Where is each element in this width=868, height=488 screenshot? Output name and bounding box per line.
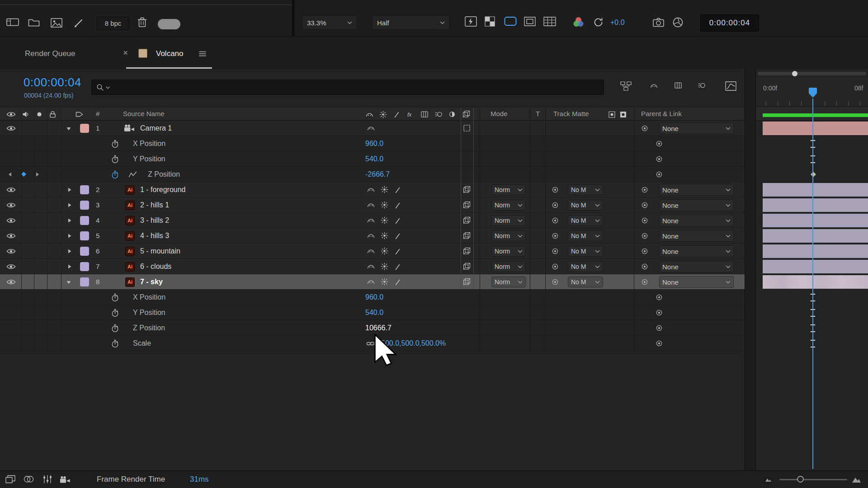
- sun-switch-icon[interactable]: [381, 216, 388, 224]
- keyframe-diamond-icon[interactable]: [810, 171, 816, 178]
- layer-row-6-clouds[interactable]: 7Ai6 - cloudsNormNo MNone: [0, 259, 745, 274]
- parent-pickwhip-icon[interactable]: [642, 248, 648, 254]
- sun-switch-icon[interactable]: [381, 186, 388, 193]
- tab-volcano[interactable]: Volcano: [156, 49, 184, 58]
- in-out-pane-icon[interactable]: [42, 475, 52, 483]
- layer-row-5-mountain[interactable]: 6Ai5 - mountainNormNo MNone: [0, 244, 745, 259]
- property-value[interactable]: 540.0: [365, 305, 383, 320]
- panel-menu-icon[interactable]: [199, 51, 206, 56]
- property-name[interactable]: X Position: [133, 136, 165, 151]
- slash-switch-icon[interactable]: [395, 218, 400, 224]
- property-row-x-position[interactable]: X Position960.0: [0, 290, 745, 305]
- property-pickwhip-icon[interactable]: [656, 141, 662, 147]
- collapse-column-icon[interactable]: [379, 111, 387, 118]
- panel-layout-icon[interactable]: [6, 18, 19, 27]
- parent-dropdown[interactable]: None: [659, 184, 734, 196]
- layer-color-swatch[interactable]: [80, 185, 89, 194]
- parent-pickwhip-icon[interactable]: [642, 202, 648, 208]
- luma-matte-icon[interactable]: [620, 111, 627, 118]
- blend-mode-dropdown[interactable]: Norm: [491, 215, 526, 226]
- layer-duration-bar[interactable]: [763, 244, 868, 258]
- 3d-switch-icon[interactable]: [463, 201, 471, 209]
- matte-pickwhip-icon[interactable]: [552, 187, 558, 193]
- sun-switch-icon[interactable]: [381, 232, 388, 239]
- matte-pickwhip-icon[interactable]: [552, 233, 558, 239]
- zoom-out-icon[interactable]: [765, 477, 772, 482]
- parent-pickwhip-icon[interactable]: [642, 263, 648, 270]
- layer-row-3-hills-2[interactable]: 4Ai3 - hills 2NormNo MNone: [0, 213, 745, 228]
- alpha-matte-icon[interactable]: [609, 111, 615, 118]
- transfer-controls-pane-icon[interactable]: [24, 475, 34, 483]
- search-input[interactable]: [117, 81, 589, 94]
- label-column-icon[interactable]: [75, 111, 83, 117]
- exposure-value[interactable]: +0.0: [610, 19, 625, 27]
- shy-switch-icon[interactable]: [367, 202, 375, 207]
- close-tab-icon[interactable]: ×: [123, 48, 128, 58]
- property-row-scale[interactable]: Scale500.0,500.0,500.0%: [0, 336, 745, 351]
- property-name[interactable]: Scale: [133, 336, 151, 351]
- quality-column-icon[interactable]: [394, 112, 399, 118]
- previous-keyframe-icon[interactable]: [7, 172, 12, 177]
- keyframe-toggle-icon[interactable]: [21, 171, 27, 177]
- parent-dropdown[interactable]: None: [659, 261, 734, 272]
- parent-pickwhip-icon[interactable]: [642, 125, 648, 131]
- motion-blur-column-icon[interactable]: [435, 111, 443, 117]
- frame-blend-column-icon[interactable]: [421, 111, 428, 117]
- layer-name[interactable]: 6 - clouds: [140, 259, 171, 274]
- solo-column-icon[interactable]: [37, 112, 42, 117]
- matte-pickwhip-icon[interactable]: [552, 248, 558, 254]
- playhead-line[interactable]: [812, 99, 813, 469]
- layer-color-swatch[interactable]: [80, 262, 89, 271]
- layer-name[interactable]: 1 - foreground: [140, 182, 186, 197]
- property-name[interactable]: Y Position: [133, 151, 165, 166]
- 3d-switch-icon[interactable]: [463, 232, 471, 239]
- exposure-icon[interactable]: [673, 17, 683, 28]
- track-matte-dropdown[interactable]: No M: [568, 215, 603, 226]
- search-options-icon[interactable]: [106, 86, 110, 89]
- property-row-y-position[interactable]: Y Position540.0: [0, 305, 745, 320]
- blend-mode-dropdown[interactable]: Norm: [491, 277, 526, 287]
- matte-pickwhip-icon[interactable]: [552, 202, 558, 208]
- visibility-toggle-icon[interactable]: [6, 125, 16, 131]
- 3d-switch-icon[interactable]: [463, 278, 471, 286]
- t-column-header[interactable]: T: [536, 107, 540, 120]
- zoom-slider-handle[interactable]: [797, 476, 804, 483]
- blend-mode-dropdown[interactable]: Norm: [491, 200, 526, 211]
- slash-switch-icon[interactable]: [395, 279, 400, 286]
- property-row-x-position[interactable]: X Position960.0: [0, 136, 745, 151]
- grid-guides-icon[interactable]: [543, 17, 556, 26]
- motion-blur-icon[interactable]: [698, 82, 706, 89]
- current-time-display[interactable]: 0:00:00:04: [24, 75, 81, 89]
- track-matte-dropdown[interactable]: No M: [568, 184, 603, 195]
- expander-icon[interactable]: [67, 218, 72, 223]
- layer-color-swatch[interactable]: [80, 124, 89, 133]
- adjustment-column-icon[interactable]: [449, 111, 455, 117]
- shy-column-icon[interactable]: [366, 112, 373, 117]
- slash-switch-icon[interactable]: [395, 202, 400, 209]
- expander-icon[interactable]: [67, 264, 72, 269]
- expander-icon[interactable]: [67, 233, 72, 239]
- matte-pickwhip-icon[interactable]: [552, 279, 558, 285]
- layer-name[interactable]: 3 - hills 2: [140, 213, 169, 228]
- render-time-pane-icon[interactable]: [60, 476, 71, 483]
- stopwatch-icon[interactable]: [111, 324, 119, 333]
- playhead-grabber[interactable]: [808, 87, 817, 99]
- layer-duration-bar[interactable]: [763, 183, 868, 197]
- layer-switches-pane-icon[interactable]: [5, 475, 15, 483]
- layer-name[interactable]: 4 - hills 3: [140, 228, 169, 243]
- expander-icon[interactable]: [66, 127, 71, 131]
- track-matte-dropdown[interactable]: No M: [568, 230, 603, 241]
- visibility-toggle-icon[interactable]: [6, 233, 16, 239]
- layer-duration-bar[interactable]: [763, 198, 868, 212]
- stopwatch-icon[interactable]: [111, 170, 119, 179]
- property-value[interactable]: 540.0: [365, 151, 383, 166]
- preview-timecode[interactable]: 0:00:00:04: [700, 14, 759, 32]
- track-matte-dropdown[interactable]: No M: [568, 246, 603, 257]
- mode-column-header[interactable]: Mode: [491, 107, 508, 120]
- parent-pickwhip-icon[interactable]: [642, 217, 648, 224]
- visibility-toggle-icon[interactable]: [6, 217, 16, 224]
- tab-render-queue[interactable]: Render Queue: [25, 49, 75, 58]
- layer-row-2-hills-1[interactable]: 3Ai2 - hills 1NormNo MNone: [0, 197, 745, 213]
- layer-color-swatch[interactable]: [80, 231, 89, 240]
- property-row-y-position[interactable]: Y Position540.0: [0, 151, 745, 167]
